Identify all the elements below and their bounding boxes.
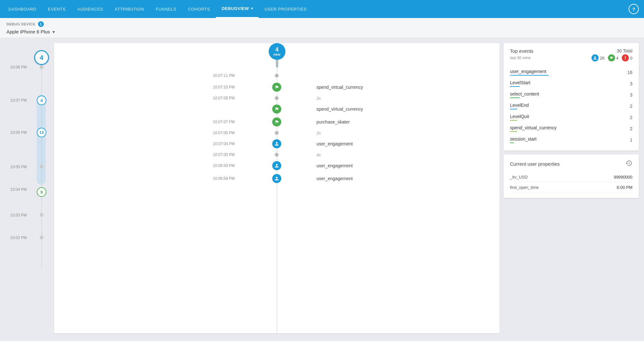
- tl-main-circle[interactable]: 4: [34, 50, 49, 65]
- event-table-name-1: LevelStart: [510, 80, 625, 85]
- event-list: 10:07:11 PM 10:07:10 PM spend_virtual_cu…: [54, 70, 500, 185]
- nav-funnels[interactable]: FUNNELS: [150, 0, 182, 18]
- event-table-count-1: 3: [630, 81, 632, 86]
- event-table-bar-5: [510, 131, 517, 132]
- event-table-row-1[interactable]: LevelStart 3: [510, 78, 632, 89]
- event-time-2: 10:07:08 PM: [54, 96, 241, 100]
- tl-dot-1008: [40, 65, 43, 69]
- history-icon[interactable]: [625, 160, 632, 168]
- event-icon-1: [241, 83, 312, 92]
- tl-container: 10:08 PM 10:07 PM 4 10:06 PM 13 10:05 PM: [5, 50, 50, 268]
- event-row-4[interactable]: 10:07:07 PM purchase_skater: [54, 115, 500, 128]
- nav-attribution[interactable]: ATTRIBUTION: [109, 0, 150, 18]
- top-events-subrow: last 30 mins 26 4: [510, 54, 632, 61]
- event-table-row-6[interactable]: session_start 1: [510, 134, 632, 145]
- tl-time-1002: 10:02 PM: [10, 235, 27, 240]
- event-row-7: 10:07:00 PM 4s: [54, 150, 500, 159]
- event-table-row-4[interactable]: LevelQuit 2: [510, 112, 632, 123]
- prop-val-0: 99990000: [614, 175, 632, 180]
- event-connector-0: [241, 74, 312, 78]
- event-table-row-5[interactable]: spend_virtual_currency 2: [510, 123, 632, 134]
- event-name-6: user_engagement: [312, 141, 500, 146]
- event-table-name-5: spend_virtual_currency: [510, 125, 625, 130]
- event-row-3[interactable]: spend_virtual_currency: [54, 103, 500, 115]
- nav-audiences[interactable]: AUDIENCES: [72, 0, 109, 18]
- tl-circle-1004[interactable]: 9: [37, 187, 46, 197]
- top-events-subtitle: last 30 mins: [510, 56, 531, 60]
- badge-group-red: ! 0: [622, 54, 632, 61]
- debug-device-badge: 1: [38, 21, 44, 27]
- new-bubble[interactable]: 4 new: [269, 43, 285, 68]
- badge-group-green: 4: [608, 54, 619, 61]
- tl-circle-1007[interactable]: 4: [37, 96, 46, 105]
- badge-red-count: 0: [630, 56, 632, 60]
- new-count: 4: [275, 47, 278, 52]
- tl-dot-1002: [40, 235, 43, 239]
- event-name-4: purchase_skater: [312, 119, 500, 124]
- nav-events[interactable]: EVENTS: [42, 0, 72, 18]
- badge-group-blue: 26: [591, 54, 604, 61]
- event-row-6[interactable]: 10:07:04 PM user_engagement: [54, 137, 500, 150]
- top-events-title: Top events: [510, 48, 533, 54]
- event-time-9: 10:06:58 PM: [54, 176, 241, 181]
- event-table-name-6: session_start: [510, 136, 625, 142]
- nav-user-properties[interactable]: USER PROPERTIES: [259, 0, 312, 18]
- badge-blue-count: 26: [600, 56, 604, 60]
- event-dot-sm-0: [275, 74, 279, 78]
- event-time-6: 10:07:04 PM: [54, 142, 241, 146]
- nav-dashboard[interactable]: DASHBOARD: [3, 0, 42, 18]
- center-panel: 4 new 10:07:11 PM 10:07:10 PM: [54, 43, 500, 333]
- event-icon-3: [241, 105, 312, 114]
- event-table-name-2: select_content: [510, 91, 625, 97]
- event-table-count-6: 1: [630, 137, 632, 143]
- prop-key-0: _ltv_USD: [510, 175, 528, 180]
- dropdown-arrow-icon: ▾: [53, 29, 55, 34]
- event-table-count-2: 3: [630, 92, 632, 97]
- top-events-badges: 26 4 ! 0: [591, 54, 632, 61]
- event-time-1: 10:07:10 PM: [54, 85, 241, 89]
- right-panels: Top events 30 Total last 30 mins 26: [504, 43, 639, 333]
- event-icon-8: [241, 161, 312, 170]
- event-duration-2: 2s: [312, 96, 500, 101]
- event-time-7: 10:07:00 PM: [54, 152, 241, 157]
- help-button[interactable]: ?: [629, 4, 639, 14]
- event-table-count-4: 2: [630, 115, 632, 120]
- device-name: Apple iPhone 6 Plus: [6, 29, 50, 34]
- event-row-1[interactable]: 10:07:10 PM spend_virtual_currency: [54, 81, 500, 94]
- event-table-name-0: user_engagement: [510, 69, 622, 74]
- event-table-bar-3: [510, 109, 517, 109]
- debugview-label: DEBUGVIEW: [222, 6, 249, 11]
- event-row-2: 10:07:08 PM 2s: [54, 94, 500, 103]
- nav-debugview[interactable]: DEBUGVIEW ▾: [216, 0, 259, 18]
- timeline-highlight: [37, 95, 46, 185]
- event-icon-4: [241, 117, 312, 126]
- prop-row-0: _ltv_USD 99990000: [510, 172, 632, 182]
- event-duration-5: 2s: [312, 131, 500, 135]
- top-events-panel: Top events 30 Total last 30 mins 26: [504, 43, 639, 151]
- tl-circle-1006[interactable]: 13: [37, 128, 46, 137]
- new-circle: 4 new: [269, 43, 285, 60]
- device-selector[interactable]: Apple iPhone 6 Plus ▾: [6, 29, 638, 34]
- event-name-8: user_engagement: [312, 163, 500, 168]
- main-content: 10:08 PM 10:07 PM 4 10:06 PM 13 10:05 PM: [0, 38, 644, 338]
- event-table-row-3[interactable]: LevelEnd 2: [510, 100, 632, 112]
- current-user-panel: Current user properties _ltv_USD 9999000…: [504, 154, 639, 198]
- event-table-bar-6: [510, 143, 514, 143]
- event-row-8[interactable]: 10:06:59 PM user_engagement: [54, 159, 500, 172]
- event-name-9: user_engagement: [312, 176, 500, 181]
- event-table-name-3: LevelEnd: [510, 103, 625, 108]
- top-events-total: 30 Total: [617, 48, 632, 53]
- event-dot-7: [241, 153, 312, 157]
- event-time-0: 10:07:11 PM: [54, 73, 241, 78]
- event-name-1: spend_virtual_currency: [312, 85, 500, 90]
- nav-cohorts[interactable]: COHORTS: [182, 0, 216, 18]
- event-icon-6: [241, 139, 312, 148]
- prop-key-1: first_open_time: [510, 185, 539, 190]
- event-table-row-2[interactable]: select_content 3: [510, 89, 632, 100]
- event-time-4: 10:07:07 PM: [54, 120, 241, 124]
- tl-time-1007: 10:07 PM: [10, 98, 27, 103]
- prop-row-1: first_open_time 6:00 PM: [510, 182, 632, 193]
- event-table-count-0: 16: [627, 70, 632, 75]
- event-row-9[interactable]: 10:06:58 PM user_engagement: [54, 172, 500, 185]
- event-table-row-0[interactable]: user_engagement 16: [510, 67, 632, 78]
